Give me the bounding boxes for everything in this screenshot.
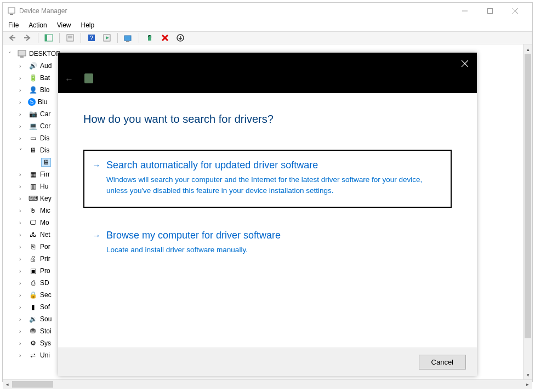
app-icon bbox=[7, 7, 16, 15]
tree-item-label: Car bbox=[40, 110, 50, 118]
option-desc: Locate and install driver software manua… bbox=[106, 245, 441, 255]
tree-item-label: Stoi bbox=[40, 327, 52, 335]
expander-icon[interactable]: › bbox=[19, 123, 26, 129]
disable-icon[interactable] bbox=[174, 32, 186, 43]
option-browse-computer[interactable]: → Browse my computer for driver software… bbox=[83, 220, 452, 268]
tree-item-label: Dis bbox=[40, 146, 49, 154]
update-driver-icon[interactable] bbox=[144, 32, 156, 43]
tree-item-label: SD bbox=[40, 279, 49, 287]
close-button[interactable] bbox=[503, 3, 528, 19]
tree-item-label: Uni bbox=[40, 351, 50, 359]
tree-item-label: Bio bbox=[40, 86, 49, 94]
scroll-left-icon[interactable]: ◂ bbox=[3, 380, 12, 389]
expander-icon[interactable]: › bbox=[19, 353, 26, 359]
expander-icon[interactable]: › bbox=[19, 196, 26, 202]
sound-icon: 🔉 bbox=[28, 315, 38, 323]
tree-item-label: Aud bbox=[40, 62, 52, 70]
expander-icon[interactable]: ˅ bbox=[19, 147, 26, 154]
expander-icon[interactable]: › bbox=[19, 304, 26, 310]
speaker-icon: 🔊 bbox=[28, 61, 38, 70]
expander-icon[interactable]: › bbox=[19, 75, 26, 81]
sd-icon: ⎙ bbox=[28, 279, 38, 287]
expander-icon[interactable]: › bbox=[19, 135, 26, 141]
vertical-scrollbar[interactable]: ▴ ▾ bbox=[523, 44, 532, 379]
tree-item-label: Firr bbox=[40, 171, 50, 178]
processor-icon: ▣ bbox=[28, 266, 38, 275]
expander-icon[interactable]: › bbox=[19, 244, 26, 250]
expander-icon[interactable]: › bbox=[19, 292, 26, 298]
security-icon: 🔒 bbox=[28, 291, 38, 299]
expander-icon[interactable]: › bbox=[19, 256, 26, 262]
help-icon[interactable]: ? bbox=[86, 32, 98, 43]
scan-hardware-icon[interactable] bbox=[122, 32, 134, 43]
display-icon: 🖥 bbox=[28, 146, 38, 155]
scroll-right-icon[interactable]: ▸ bbox=[523, 380, 532, 389]
arrow-right-icon: → bbox=[92, 161, 101, 196]
tree-item-label: Blu bbox=[38, 98, 47, 106]
expander-icon[interactable]: › bbox=[19, 208, 26, 214]
battery-icon: 🔋 bbox=[28, 73, 38, 82]
scroll-up-icon[interactable]: ▴ bbox=[523, 44, 532, 54]
nav-back-icon[interactable] bbox=[6, 32, 18, 43]
port-icon: ⎘ bbox=[28, 242, 38, 251]
expander-icon[interactable]: › bbox=[19, 232, 26, 238]
expander-icon[interactable]: › bbox=[19, 268, 26, 274]
mouse-icon: 🖱 bbox=[28, 206, 38, 215]
h-scrollbar-thumb[interactable] bbox=[12, 381, 53, 388]
horizontal-scrollbar[interactable]: ◂ ▸ bbox=[3, 379, 532, 389]
option-title: Search automatically for updated driver … bbox=[106, 160, 441, 171]
menu-bar: File Action View Help bbox=[3, 19, 532, 31]
printer-icon: 🖨 bbox=[28, 254, 38, 263]
expander-icon[interactable]: › bbox=[19, 99, 26, 105]
scroll-down-icon[interactable]: ▾ bbox=[523, 370, 532, 379]
expander-icon[interactable]: › bbox=[19, 63, 26, 69]
network-icon: 🖧 bbox=[28, 230, 38, 239]
action-pane-icon[interactable] bbox=[101, 32, 113, 43]
tree-item-label: Sys bbox=[40, 339, 51, 347]
tree-item-label: Mic bbox=[40, 207, 50, 214]
expander-icon[interactable]: › bbox=[19, 280, 26, 286]
bio-icon: 👤 bbox=[28, 86, 38, 94]
svg-text:?: ? bbox=[90, 35, 93, 41]
expander-icon[interactable]: › bbox=[19, 184, 26, 190]
expander-icon[interactable]: ˅ bbox=[8, 51, 15, 57]
minimize-button[interactable] bbox=[452, 3, 477, 19]
maximize-button[interactable] bbox=[477, 3, 503, 19]
firmware-icon: ▦ bbox=[28, 170, 38, 179]
menu-action[interactable]: Action bbox=[29, 21, 47, 29]
system-icon: ⚙ bbox=[28, 339, 38, 348]
window-title: Device Manager bbox=[19, 7, 67, 15]
expander-icon[interactable]: › bbox=[19, 316, 26, 322]
tree-item-label: Key bbox=[40, 195, 52, 202]
cancel-button[interactable]: Cancel bbox=[419, 355, 466, 370]
scrollbar-thumb[interactable] bbox=[525, 54, 531, 338]
tree-item-label: Sou bbox=[40, 315, 52, 323]
nav-forward-icon[interactable] bbox=[21, 32, 33, 43]
option-search-automatically[interactable]: → Search automatically for updated drive… bbox=[83, 150, 452, 208]
dialog-device-icon bbox=[84, 73, 93, 83]
dialog-heading: How do you want to search for drivers? bbox=[83, 113, 452, 126]
svg-rect-7 bbox=[45, 35, 47, 41]
uninstall-icon[interactable] bbox=[159, 32, 171, 43]
monitor-icon: 🖵 bbox=[28, 218, 38, 227]
disk-icon: ▭ bbox=[28, 134, 38, 143]
tree-item-label: Net bbox=[40, 231, 50, 238]
computer-icon bbox=[17, 49, 27, 58]
tree-item-label: Bat bbox=[40, 74, 50, 82]
expander-icon[interactable]: › bbox=[19, 220, 26, 226]
dialog-close-button[interactable] bbox=[458, 57, 471, 70]
menu-help[interactable]: Help bbox=[81, 21, 95, 29]
storage-icon: ⛃ bbox=[28, 327, 38, 336]
expander-icon[interactable]: › bbox=[19, 172, 26, 178]
expander-icon[interactable]: › bbox=[19, 111, 26, 117]
expander-icon[interactable]: › bbox=[19, 328, 26, 334]
menu-file[interactable]: File bbox=[8, 21, 19, 29]
expander-icon[interactable]: › bbox=[19, 340, 26, 346]
show-hide-console-icon[interactable] bbox=[43, 32, 55, 43]
expander-icon[interactable]: › bbox=[19, 87, 26, 93]
svg-rect-16 bbox=[126, 41, 129, 42]
menu-view[interactable]: View bbox=[57, 21, 71, 29]
properties-icon[interactable] bbox=[64, 32, 76, 43]
tree-item-label: Sof bbox=[40, 303, 50, 311]
tree-root-label: DESKTOP bbox=[29, 50, 60, 58]
